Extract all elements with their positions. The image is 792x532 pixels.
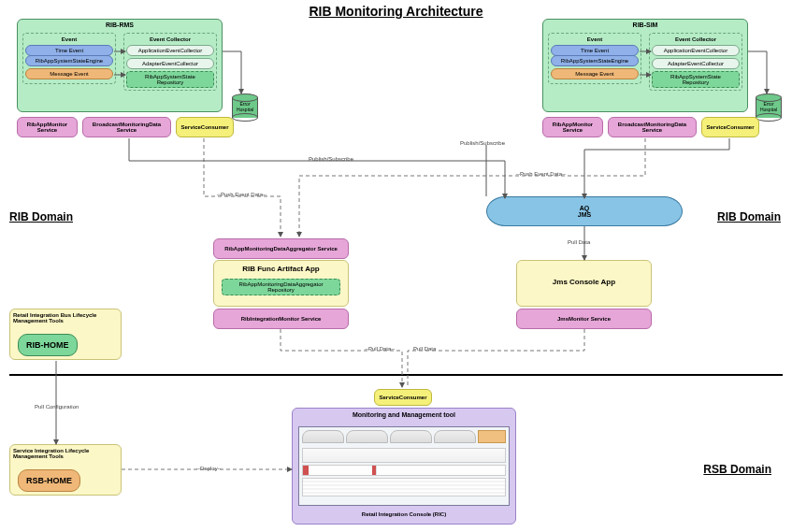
rib-sim-app-monitor-service: RibAppMonitor Service [542,117,603,137]
rib-sim-title: RIB-SIM [543,20,747,30]
rib-rms-title: RIB-RMS [18,20,222,30]
error-hospital-left: Error Hospital [232,93,258,122]
func-artifact-repo: RibAppMonitoringDataAggregator Repositor… [222,279,340,295]
edge-pubsub-sim: Publish/Subscribe [458,140,507,146]
mgmt-tool-panel: Monitoring and Management tool Retail In… [292,408,516,525]
rib-sim-service-consumer: ServiceConsumer [701,117,759,137]
edge-pull-config: Pull Configuration [33,404,80,410]
edge-pull-left: --Pull Data-- [363,346,396,352]
rsb-domain-label: RSB Domain [703,463,771,476]
jms-console-title: Jms Console App [517,261,651,290]
aq-label: AQ [580,205,590,211]
rib-sim-app-collector: ApplicationEventCollector [652,45,740,56]
center-service-consumer: ServiceConsumer [374,389,432,406]
ric-screenshot-mock [298,426,510,506]
service-lifecycle-title: Service Integration Lifecycle Management… [10,445,121,462]
rib-domain-right-label: RIB Domain [717,210,781,223]
domain-divider [9,374,783,376]
rib-sim-adapter-collector: AdapterEventCollector [652,58,740,69]
rib-rms-service-consumer: ServiceConsumer [176,117,234,137]
integration-monitor-service: RibIntegrationMonitor Service [213,309,349,329]
func-artifact-title: RIB Func Artifact App [214,261,348,277]
jms-console-app: Jms Console App [516,260,652,307]
ric-caption: Retail Integration Console (RIC) [293,511,515,517]
rib-rms-collector-group-label: Event Collector [126,36,214,43]
rib-sim-collector-group-label: Event Collector [652,36,740,43]
rib-rms-app-collector: ApplicationEventCollector [126,45,214,56]
aq-jms-cylinder: AQ JMS [486,196,683,226]
aggregator-service: RibAppMonitoringDataAggregator Service [213,238,349,259]
rib-rms-event-group-label: Event [25,36,113,43]
error-hospital-left-label: Error Hospital [232,101,258,112]
service-lifecycle-tools: Service Integration Lifecycle Management… [9,444,122,496]
edge-pubsub-rms: Publish/Subscribe [307,156,355,162]
rib-rms-app-monitor-service: RibAppMonitor Service [17,117,78,137]
jms-label: JMS [578,211,591,218]
func-artifact-app: RIB Func Artifact App RibAppMonitoringDa… [213,260,349,307]
rib-sim-event-group-label: Event [551,36,639,43]
rib-domain-left-label: RIB Domain [9,210,73,223]
rib-rms-state-engine: RibAppSystemStateEngine [25,55,113,66]
rib-home-pill: RIB-HOME [18,334,78,356]
error-hospital-right-label: Error Hospital [756,101,782,112]
edge-deploy: --Deploy-- [194,466,223,471]
diagram-title: RIB Monitoring Architecture [309,4,482,19]
rib-rms-container: RIB-RMS Event Time Event RibAppSystemSta… [17,19,223,112]
mgmt-tool-title: Monitoring and Management tool [293,409,515,421]
rib-rms-broadcast-service: BroadcastMonitoringData Service [82,117,171,137]
edge-push-sim: --Push Event Data-- [514,171,568,177]
rsb-home-pill: RSB-HOME [18,469,80,492]
edge-pull-jms: Pull Data [566,239,592,245]
rib-sim-broadcast-service: BroadcastMonitoringData Service [608,117,697,137]
rib-sim-container: RIB-SIM Event Time Event RibAppSystemSta… [542,19,748,112]
rib-lifecycle-tools: Retail Integration Bus Lifecycle Managem… [9,309,122,360]
rib-sim-repo: RibAppSystemState Repository [652,71,740,88]
jms-monitor-service: JmsMonitor Service [516,309,652,329]
edge-pull-right: Pull Data [411,346,438,352]
rib-sim-state-engine: RibAppSystemStateEngine [551,55,639,66]
error-hospital-right: Error Hospital [756,93,782,122]
rib-rms-adapter-collector: AdapterEventCollector [126,58,214,69]
rib-rms-message-event: Message Event [25,68,113,79]
rib-sim-message-event: Message Event [551,68,639,79]
rib-lifecycle-title: Retail Integration Bus Lifecycle Managem… [10,309,121,326]
rib-rms-repo: RibAppSystemState Repository [126,71,214,88]
edge-push-rms: --Push Event Data-- [215,192,268,197]
